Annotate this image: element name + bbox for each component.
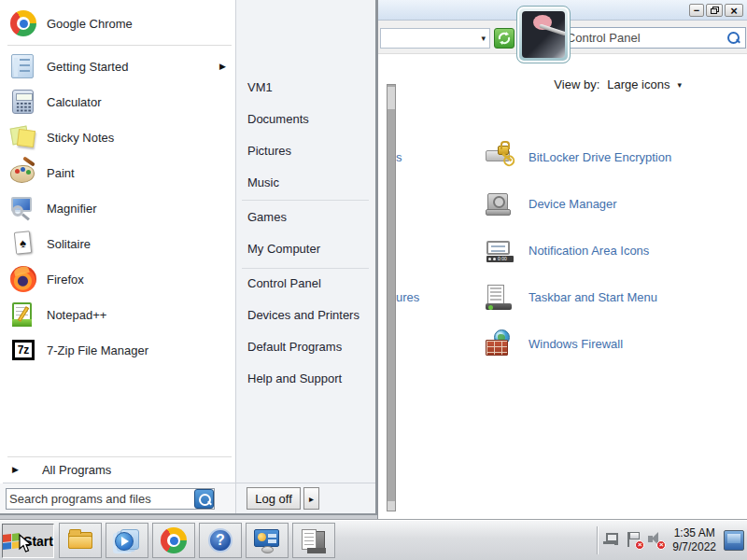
app-label: Calculator [47,95,102,109]
taskbar-button-media-player[interactable] [106,523,148,558]
user-avatar[interactable] [516,6,571,63]
app-item-solitaire[interactable]: ♠ Solitaire [0,226,235,261]
chrome-icon [9,9,37,37]
log-off-options-button[interactable]: ▸ [303,487,319,510]
bitlocker-icon [485,142,514,172]
clipped-item-label[interactable]: ures [396,290,419,304]
action-center-flag-icon[interactable]: × [625,531,644,550]
cp-item-label[interactable]: Taskbar and Start Menu [529,290,657,304]
view-by-value[interactable]: Large icons [607,77,669,91]
cp-item-bitlocker[interactable]: BitLocker Drive Encryption [485,141,671,173]
cp-item-label[interactable]: BitLocker Drive Encryption [529,150,671,164]
view-by-label: View by: [554,77,599,91]
minimize-button[interactable]: − [689,4,704,17]
show-desktop-button[interactable] [724,530,744,551]
restore-icon [711,7,719,14]
user-name[interactable]: VM1 [247,80,273,94]
app-label: Notepad++ [47,308,106,322]
taskbar-button-explorer[interactable] [59,523,102,558]
scrollbar-thumb[interactable] [388,87,395,109]
search-icon[interactable] [727,32,740,44]
clipped-item-label[interactable]: s [396,150,402,164]
start-search-button[interactable] [194,489,214,509]
menu-item-my-computer[interactable]: My Computer [247,242,320,256]
menu-item-pictures[interactable]: Pictures [247,144,291,158]
app-item-magnifier[interactable]: Magnifier [0,190,235,226]
firefox-icon [9,265,37,293]
all-programs-button[interactable]: ▶ All Programs [0,456,235,483]
app-item-calculator[interactable]: Calculator [0,84,235,119]
log-off-button[interactable]: Log off [247,487,301,510]
scrollbar-end[interactable] [388,501,395,511]
taskbar-startmenu-icon [485,282,514,312]
clock-time: 1:35 AM [672,526,716,540]
start-search-row [0,483,235,513]
restore-button[interactable] [706,4,723,17]
all-programs-label: All Programs [42,463,111,477]
volume-muted-icon[interactable]: × [646,531,666,550]
scrollbar[interactable] [387,84,396,511]
taskbar-button-help[interactable]: ? [199,523,242,558]
app-item-7zip[interactable]: 7z 7-Zip File Manager [0,332,235,368]
minimize-icon: − [694,6,699,16]
all-programs-arrow-icon: ▶ [12,465,19,474]
app-label: Google Chrome [47,17,133,31]
menu-item-games[interactable]: Games [247,210,287,224]
cp-item-label[interactable]: Windows Firewall [529,337,623,351]
start-button-label: Start [23,534,53,549]
menu-item-devices-printers[interactable]: Devices and Printers [247,308,359,322]
cp-item-taskbar-startmenu[interactable]: Taskbar and Start Menu [485,281,657,313]
7zip-icon: 7z [9,336,37,364]
menu-item-documents[interactable]: Documents [247,112,309,126]
notification-area-icon: 0:00 [485,235,514,265]
paint-icon [9,159,37,187]
app-label: Sticky Notes [47,131,114,145]
menu-item-help-support[interactable]: Help and Support [247,371,342,385]
app-item-getting-started[interactable]: Getting Started ▶ [0,49,235,84]
separator [7,45,232,46]
start-search-box [6,488,215,510]
log-off-label: Log off [255,492,292,506]
refresh-button[interactable] [494,28,514,49]
cp-item-device-manager[interactable]: Device Manager [485,188,617,219]
system-tools-icon [300,526,328,554]
start-button[interactable]: Start [2,524,54,558]
taskbar-button-display-settings[interactable] [246,523,289,558]
view-by-dropdown-icon[interactable]: ▾ [677,80,682,90]
app-item-sticky-notes[interactable]: Sticky Notes [0,119,235,155]
menu-item-default-programs[interactable]: Default Programs [247,340,342,354]
solitaire-icon: ♠ [9,230,37,258]
app-label: Solitaire [47,237,91,251]
address-dropdown-icon[interactable]: ▾ [481,34,486,43]
app-item-firefox[interactable]: Firefox [0,261,235,297]
firewall-icon [485,329,514,358]
network-tray-icon[interactable] [603,531,623,550]
taskbar-clock[interactable]: 1:35 AM 9/7/2022 [672,526,716,554]
cp-item-windows-firewall[interactable]: Windows Firewall [485,328,623,359]
explorer-icon [66,526,94,554]
device-manager-icon [485,189,514,218]
taskbar-button-system-tools[interactable] [292,523,335,558]
sticky-notes-icon [9,123,37,151]
start-menu: VM1 Documents Pictures Music Games My Co… [0,0,377,515]
cp-item-label[interactable]: Device Manager [529,197,617,211]
taskbar-button-chrome[interactable] [152,523,195,558]
cp-item-label[interactable]: Notification Area Icons [529,244,649,258]
separator [242,268,369,269]
app-item-google-chrome[interactable]: Google Chrome [0,6,235,41]
clock-date: 9/7/2022 [672,540,716,554]
start-search-input[interactable] [7,492,194,506]
address-bar[interactable]: ▾ [380,28,490,49]
windows-flag-icon [3,533,20,550]
getting-started-icon [9,52,37,80]
close-button[interactable]: × [725,4,743,17]
app-item-notepadpp[interactable]: Notepad++ [0,297,235,332]
close-icon: × [730,5,738,17]
menu-item-control-panel[interactable]: Control Panel [247,276,321,290]
log-off-control: Log off ▸ [247,487,319,510]
app-label: Magnifier [47,202,96,216]
magnifier-icon [9,194,37,222]
menu-item-music[interactable]: Music [247,175,279,189]
app-item-paint[interactable]: Paint [0,155,235,190]
cp-item-notification-area[interactable]: 0:00 Notification Area Icons [485,234,649,266]
